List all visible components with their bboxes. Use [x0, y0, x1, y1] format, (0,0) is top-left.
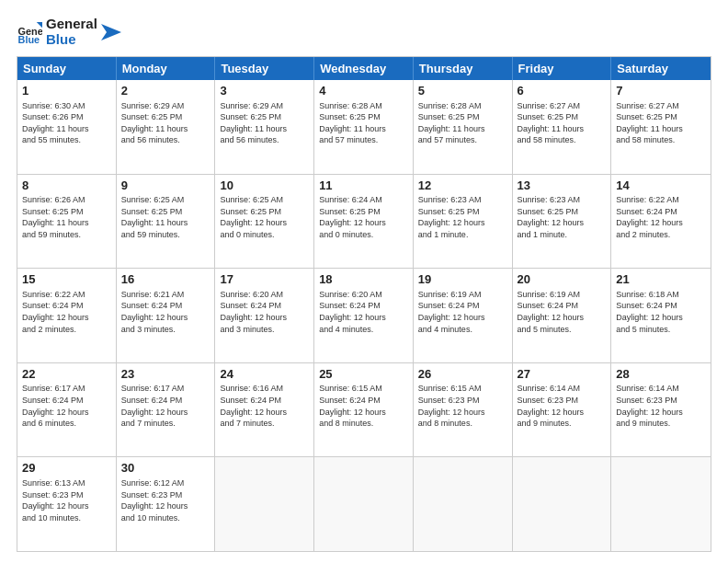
- day-info-23: Sunrise: 6:17 AM Sunset: 6:24 PM Dayligh…: [121, 383, 210, 429]
- day-17: 17Sunrise: 6:20 AM Sunset: 6:24 PM Dayli…: [215, 269, 314, 362]
- day-15: 15Sunrise: 6:22 AM Sunset: 6:24 PM Dayli…: [17, 269, 117, 362]
- logo-icon: General Blue: [17, 19, 42, 45]
- header-thursday: Thursday: [414, 57, 513, 80]
- day-4: 4Sunrise: 6:28 AM Sunset: 6:25 PM Daylig…: [314, 80, 414, 174]
- calendar-body: 1Sunrise: 6:30 AM Sunset: 6:26 PM Daylig…: [17, 80, 711, 551]
- day-3: 3Sunrise: 6:29 AM Sunset: 6:25 PM Daylig…: [215, 80, 314, 174]
- day-number-28: 28: [616, 366, 706, 383]
- logo-arrow-icon: [101, 24, 121, 40]
- day-info-15: Sunrise: 6:22 AM Sunset: 6:24 PM Dayligh…: [22, 289, 111, 335]
- day-12: 12Sunrise: 6:23 AM Sunset: 6:25 PM Dayli…: [414, 175, 513, 269]
- header-friday: Friday: [513, 57, 612, 80]
- logo-blue: Blue: [46, 32, 97, 48]
- day-info-13: Sunrise: 6:23 AM Sunset: 6:25 PM Dayligh…: [518, 194, 607, 240]
- svg-marker-3: [101, 24, 121, 40]
- day-number-21: 21: [616, 271, 706, 288]
- week-row-5: 29Sunrise: 6:13 AM Sunset: 6:23 PM Dayli…: [17, 456, 711, 551]
- day-28: 28Sunrise: 6:14 AM Sunset: 6:23 PM Dayli…: [611, 363, 711, 457]
- day-number-18: 18: [319, 271, 408, 288]
- header-saturday: Saturday: [611, 57, 711, 80]
- day-21: 21Sunrise: 6:18 AM Sunset: 6:24 PM Dayli…: [611, 269, 711, 362]
- day-number-29: 29: [22, 460, 111, 477]
- day-number-13: 13: [518, 178, 607, 194]
- day-number-4: 4: [319, 83, 408, 99]
- day-info-25: Sunrise: 6:15 AM Sunset: 6:24 PM Dayligh…: [319, 383, 408, 429]
- logo-general: General: [46, 17, 97, 32]
- day-22: 22Sunrise: 6:17 AM Sunset: 6:24 PM Dayli…: [17, 363, 117, 457]
- day-info-22: Sunrise: 6:17 AM Sunset: 6:24 PM Dayligh…: [22, 383, 111, 429]
- day-number-25: 25: [319, 366, 408, 383]
- day-5: 5Sunrise: 6:28 AM Sunset: 6:25 PM Daylig…: [414, 80, 513, 174]
- day-number-20: 20: [518, 271, 607, 288]
- day-number-16: 16: [121, 271, 210, 288]
- day-14: 14Sunrise: 6:22 AM Sunset: 6:24 PM Dayli…: [611, 175, 711, 269]
- day-number-12: 12: [418, 178, 507, 194]
- svg-text:Blue: Blue: [18, 34, 40, 45]
- day-info-29: Sunrise: 6:13 AM Sunset: 6:23 PM Dayligh…: [22, 477, 111, 523]
- day-number-22: 22: [22, 366, 111, 383]
- week-row-3: 15Sunrise: 6:22 AM Sunset: 6:24 PM Dayli…: [17, 268, 711, 362]
- day-info-28: Sunrise: 6:14 AM Sunset: 6:23 PM Dayligh…: [616, 383, 706, 429]
- week-row-1: 1Sunrise: 6:30 AM Sunset: 6:26 PM Daylig…: [17, 80, 711, 174]
- day-8: 8Sunrise: 6:26 AM Sunset: 6:25 PM Daylig…: [17, 175, 117, 269]
- day-9: 9Sunrise: 6:25 AM Sunset: 6:25 PM Daylig…: [117, 175, 216, 269]
- day-number-14: 14: [616, 178, 706, 194]
- day-number-1: 1: [22, 83, 111, 99]
- day-number-26: 26: [418, 366, 507, 383]
- day-info-3: Sunrise: 6:29 AM Sunset: 6:25 PM Dayligh…: [220, 100, 309, 146]
- calendar: Sunday Monday Tuesday Wednesday Thursday…: [17, 56, 711, 552]
- day-24: 24Sunrise: 6:16 AM Sunset: 6:24 PM Dayli…: [215, 363, 314, 457]
- day-info-7: Sunrise: 6:27 AM Sunset: 6:25 PM Dayligh…: [616, 100, 706, 146]
- day-info-10: Sunrise: 6:25 AM Sunset: 6:25 PM Dayligh…: [220, 194, 309, 240]
- day-1: 1Sunrise: 6:30 AM Sunset: 6:26 PM Daylig…: [17, 80, 117, 174]
- week-row-4: 22Sunrise: 6:17 AM Sunset: 6:24 PM Dayli…: [17, 362, 711, 457]
- day-info-20: Sunrise: 6:19 AM Sunset: 6:24 PM Dayligh…: [518, 289, 607, 335]
- empty-cell-4-4: [414, 457, 513, 551]
- day-info-2: Sunrise: 6:29 AM Sunset: 6:25 PM Dayligh…: [121, 100, 210, 146]
- day-number-17: 17: [220, 271, 309, 288]
- day-info-14: Sunrise: 6:22 AM Sunset: 6:24 PM Dayligh…: [616, 194, 706, 240]
- day-2: 2Sunrise: 6:29 AM Sunset: 6:25 PM Daylig…: [117, 80, 216, 174]
- header-sunday: Sunday: [17, 57, 117, 80]
- day-number-6: 6: [518, 83, 607, 99]
- day-number-5: 5: [418, 83, 507, 99]
- day-info-24: Sunrise: 6:16 AM Sunset: 6:24 PM Dayligh…: [220, 383, 309, 429]
- page: General Blue General Blue Sunday Monday …: [0, 0, 728, 563]
- day-info-19: Sunrise: 6:19 AM Sunset: 6:24 PM Dayligh…: [418, 289, 507, 335]
- day-19: 19Sunrise: 6:19 AM Sunset: 6:24 PM Dayli…: [414, 269, 513, 362]
- day-number-9: 9: [121, 178, 210, 194]
- day-info-17: Sunrise: 6:20 AM Sunset: 6:24 PM Dayligh…: [220, 289, 309, 335]
- week-row-2: 8Sunrise: 6:26 AM Sunset: 6:25 PM Daylig…: [17, 174, 711, 269]
- day-info-21: Sunrise: 6:18 AM Sunset: 6:24 PM Dayligh…: [616, 289, 706, 335]
- header-tuesday: Tuesday: [215, 57, 314, 80]
- day-info-30: Sunrise: 6:12 AM Sunset: 6:23 PM Dayligh…: [121, 477, 210, 523]
- day-25: 25Sunrise: 6:15 AM Sunset: 6:24 PM Dayli…: [314, 363, 414, 457]
- day-29: 29Sunrise: 6:13 AM Sunset: 6:23 PM Dayli…: [17, 457, 117, 551]
- day-number-8: 8: [22, 178, 111, 194]
- day-number-11: 11: [319, 178, 408, 194]
- day-info-12: Sunrise: 6:23 AM Sunset: 6:25 PM Dayligh…: [418, 194, 507, 240]
- day-number-24: 24: [220, 366, 309, 383]
- empty-cell-4-3: [314, 457, 414, 551]
- day-info-11: Sunrise: 6:24 AM Sunset: 6:25 PM Dayligh…: [319, 194, 408, 240]
- day-number-27: 27: [518, 366, 607, 383]
- day-23: 23Sunrise: 6:17 AM Sunset: 6:24 PM Dayli…: [117, 363, 216, 457]
- day-number-7: 7: [616, 83, 706, 99]
- day-number-2: 2: [121, 83, 210, 99]
- day-info-8: Sunrise: 6:26 AM Sunset: 6:25 PM Dayligh…: [22, 194, 111, 240]
- day-number-30: 30: [121, 460, 210, 477]
- calendar-header-row: Sunday Monday Tuesday Wednesday Thursday…: [17, 57, 711, 80]
- empty-cell-4-2: [215, 457, 314, 551]
- day-30: 30Sunrise: 6:12 AM Sunset: 6:23 PM Dayli…: [117, 457, 216, 551]
- header: General Blue General Blue: [17, 17, 711, 47]
- day-number-3: 3: [220, 83, 309, 99]
- day-20: 20Sunrise: 6:19 AM Sunset: 6:24 PM Dayli…: [513, 269, 612, 362]
- logo: General Blue General Blue: [17, 17, 121, 47]
- day-13: 13Sunrise: 6:23 AM Sunset: 6:25 PM Dayli…: [513, 175, 612, 269]
- day-info-9: Sunrise: 6:25 AM Sunset: 6:25 PM Dayligh…: [121, 194, 210, 240]
- day-info-26: Sunrise: 6:15 AM Sunset: 6:23 PM Dayligh…: [418, 383, 507, 429]
- header-monday: Monday: [117, 57, 216, 80]
- day-number-10: 10: [220, 178, 309, 194]
- day-info-1: Sunrise: 6:30 AM Sunset: 6:26 PM Dayligh…: [22, 100, 111, 146]
- day-info-18: Sunrise: 6:20 AM Sunset: 6:24 PM Dayligh…: [319, 289, 408, 335]
